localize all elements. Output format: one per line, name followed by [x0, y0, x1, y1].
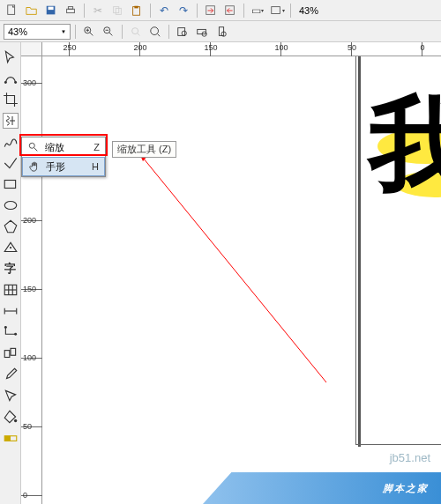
dimension-tool-icon[interactable]: [3, 303, 19, 319]
svg-marker-33: [4, 220, 17, 233]
separator: [290, 4, 291, 18]
zoom-level-label: 43%: [295, 5, 322, 16]
flyout-item-hand[interactable]: 手形 H: [22, 157, 105, 176]
fill-tool-icon[interactable]: [3, 409, 19, 425]
pick-tool-icon[interactable]: [3, 49, 19, 65]
ruler-v-label: 150: [23, 285, 36, 293]
svg-point-46: [13, 419, 16, 422]
svg-point-51: [29, 143, 34, 148]
ruler-corner: [21, 42, 42, 56]
watermark-url: jb51.net: [390, 451, 430, 464]
separator: [75, 25, 76, 39]
watermark-text: 脚本之家: [383, 482, 429, 495]
svg-line-20: [138, 33, 140, 35]
separator: [122, 25, 123, 39]
svg-line-17: [109, 32, 113, 35]
redo-icon[interactable]: ↷: [175, 2, 192, 19]
smart-tool-icon[interactable]: [3, 155, 19, 171]
canvas[interactable]: 我: [42, 56, 441, 504]
page-edge: [355, 56, 356, 444]
svg-rect-11: [271, 6, 280, 13]
ruler-v-label: 0: [23, 491, 27, 500]
zoom-in-icon[interactable]: [80, 23, 98, 41]
svg-point-32: [4, 202, 17, 210]
ruler-horizontal: 250 200 150 100 50 0: [42, 42, 441, 56]
freehand-tool-icon[interactable]: [3, 134, 19, 150]
svg-point-42: [4, 326, 6, 329]
ruler-vertical: 300 250 200 150 100 50 0: [21, 56, 42, 504]
ruler-h-label: 100: [273, 43, 290, 52]
zoom-height-icon[interactable]: [213, 23, 230, 41]
tool-flyout: 缩放 Z 手形 H: [21, 137, 106, 177]
ruler-v-label: 300: [23, 78, 36, 87]
flyout-label: 缩放: [45, 141, 78, 154]
zoom-sel-icon[interactable]: [127, 23, 145, 41]
print-icon[interactable]: [62, 2, 79, 19]
svg-rect-31: [4, 181, 15, 189]
svg-point-43: [14, 333, 17, 336]
svg-line-49: [139, 153, 326, 382]
svg-point-19: [132, 27, 138, 33]
separator: [243, 4, 244, 18]
new-doc-icon[interactable]: [4, 2, 21, 19]
crop-tool-icon[interactable]: [3, 92, 19, 107]
table-tool-icon[interactable]: [3, 282, 19, 298]
svg-rect-44: [4, 351, 10, 358]
zoom-all-icon[interactable]: [146, 23, 164, 41]
separator: [150, 4, 151, 18]
outline-tool-icon[interactable]: [3, 388, 19, 404]
svg-rect-23: [178, 27, 185, 35]
ruler-h-label: 200: [131, 43, 149, 52]
svg-line-52: [34, 148, 37, 151]
svg-line-22: [158, 33, 161, 36]
zoom-width-icon[interactable]: [193, 23, 211, 41]
page-bottom: [355, 444, 441, 445]
ruler-v-label: 200: [23, 216, 36, 225]
svg-line-13: [90, 32, 93, 35]
svg-rect-3: [67, 9, 75, 12]
connector-tool-icon[interactable]: [3, 324, 19, 340]
svg-rect-2: [49, 6, 54, 10]
zoom-combo[interactable]: 43% ▼: [4, 24, 71, 40]
polygon-tool-icon[interactable]: [3, 219, 19, 234]
window-icon[interactable]: ▭▾: [249, 2, 266, 19]
main-toolbar-2: 43% ▼: [0, 21, 441, 42]
svg-rect-48: [4, 436, 11, 441]
tooltip: 缩放工具 (Z): [112, 141, 176, 158]
export-icon[interactable]: [221, 2, 239, 19]
zoom-out-icon[interactable]: [100, 23, 117, 41]
canvas-text: 我: [369, 92, 441, 197]
shape-tool-icon[interactable]: [3, 70, 19, 86]
basic-shapes-icon[interactable]: [3, 240, 19, 256]
flyout-label: 手形: [46, 160, 76, 174]
ruler-v-label: 50: [23, 422, 32, 431]
separator: [197, 4, 198, 18]
interactive-fill-icon[interactable]: [3, 430, 19, 446]
cut-icon[interactable]: ✂: [89, 2, 107, 19]
app-icon[interactable]: ▾: [268, 2, 286, 19]
separator: [168, 25, 169, 39]
svg-rect-4: [68, 6, 72, 9]
copy-icon[interactable]: [108, 2, 126, 19]
eyedropper-tool-icon[interactable]: [3, 367, 19, 382]
rectangle-tool-icon[interactable]: [3, 176, 19, 192]
paste-icon[interactable]: [128, 2, 146, 19]
dropdown-arrow-icon: ▼: [61, 29, 66, 34]
ellipse-tool-icon[interactable]: [3, 197, 19, 213]
blend-tool-icon[interactable]: [3, 345, 19, 361]
flyout-shortcut: Z: [93, 142, 100, 152]
text-tool-icon[interactable]: 字: [3, 261, 19, 277]
ruler-h-label: 150: [202, 43, 220, 52]
zoom-tool-icon[interactable]: [3, 113, 19, 129]
zoom-page-icon[interactable]: [174, 23, 191, 41]
import-icon[interactable]: [202, 2, 220, 19]
watermark-banner: 脚本之家: [203, 472, 441, 504]
svg-point-24: [182, 31, 186, 35]
main-toolbar-1: ✂ ↶ ↷ ▭▾ ▾ 43%: [0, 0, 441, 21]
flyout-item-zoom[interactable]: 缩放 Z: [22, 137, 105, 157]
undo-icon[interactable]: ↶: [155, 2, 173, 19]
open-icon[interactable]: [23, 2, 41, 19]
svg-point-30: [14, 81, 17, 84]
flyout-shortcut: H: [92, 161, 99, 172]
save-icon[interactable]: [42, 2, 60, 19]
